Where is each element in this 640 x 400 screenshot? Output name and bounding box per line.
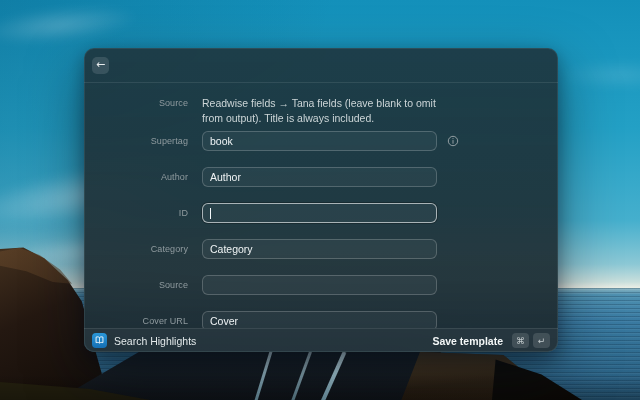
back-arrow-icon: ← [96, 57, 105, 73]
form-row-source: Source [84, 275, 558, 295]
window-header: ← [84, 48, 558, 83]
bottom-vignette [0, 374, 640, 400]
form-row-supertag: Supertag book [84, 131, 558, 151]
field-label: Supertag [84, 136, 188, 146]
field-label: ID [84, 208, 188, 218]
text-cursor [210, 208, 211, 219]
source-input[interactable] [202, 275, 437, 295]
form-row-source-description: Source Readwise fields → Tana fields (le… [84, 96, 558, 126]
form-row-category: Category Category [84, 239, 558, 259]
supertag-input[interactable]: book [202, 131, 437, 151]
footer-bar: Search Highlights Save template ⌘ ↵ [84, 328, 558, 352]
field-label: Cover URL [84, 316, 188, 326]
cover-url-input[interactable]: Cover [202, 311, 437, 328]
save-template-button[interactable]: Save template ⌘ ↵ [432, 333, 550, 348]
save-template-label: Save template [432, 335, 503, 347]
return-key-badge: ↵ [533, 333, 550, 348]
field-label: Source [84, 280, 188, 290]
form-row-author: Author Author [84, 167, 558, 187]
field-label: Source [84, 96, 188, 108]
field-label: Category [84, 244, 188, 254]
command-name: Search Highlights [114, 335, 196, 347]
cloud [560, 60, 640, 90]
back-button[interactable]: ← [92, 57, 109, 74]
id-input[interactable] [202, 203, 437, 223]
command-key-badge: ⌘ [512, 333, 529, 348]
form-row-cover-url: Cover URL Cover [84, 311, 558, 328]
field-label: Author [84, 172, 188, 182]
readwise-extension-icon [92, 333, 107, 348]
info-icon[interactable] [447, 135, 459, 147]
category-input[interactable]: Category [202, 239, 437, 259]
template-form: Source Readwise fields → Tana fields (le… [84, 83, 558, 328]
field-description: Readwise fields → Tana fields (leave bla… [202, 96, 437, 126]
form-row-id: ID [84, 203, 558, 223]
raycast-window: ← Source Readwise fields → Tana fields (… [84, 48, 558, 352]
author-input[interactable]: Author [202, 167, 437, 187]
